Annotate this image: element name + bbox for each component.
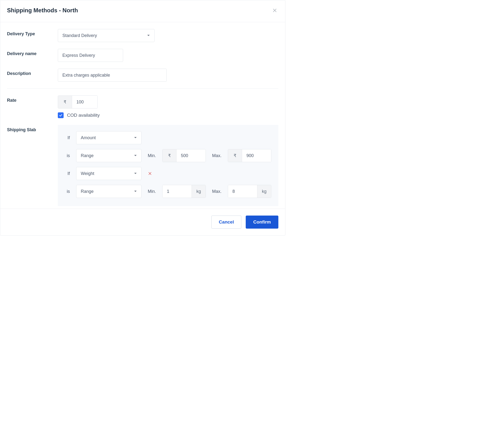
delivery-name-row: Delivery name xyxy=(7,49,278,62)
if-label: If xyxy=(64,171,70,176)
slab-operator-value-1: Range xyxy=(81,153,94,158)
if-label: If xyxy=(64,135,70,140)
slab-operator-value-2: Range xyxy=(81,189,94,194)
shipping-methods-modal: Shipping Methods - North Delivery Type S… xyxy=(0,0,285,236)
slab-condition-2-if: If Weight xyxy=(64,167,272,180)
delivery-name-input[interactable] xyxy=(58,49,123,62)
modal-title: Shipping Methods - North xyxy=(7,7,78,14)
slab-metric-select-1[interactable]: Amount xyxy=(76,131,142,144)
unit-addon: kg xyxy=(257,185,271,198)
caret-down-icon xyxy=(134,137,137,139)
unit-addon: kg xyxy=(191,185,206,198)
is-label: is xyxy=(64,153,70,158)
caret-down-icon xyxy=(134,191,137,192)
currency-addon: ₹ xyxy=(162,149,177,162)
slab-metric-select-2[interactable]: Weight xyxy=(76,167,142,180)
cod-checkbox[interactable] xyxy=(58,112,63,118)
slab-metric-value-2: Weight xyxy=(81,171,94,176)
rate-input-group: ₹ xyxy=(58,95,98,108)
delivery-type-row: Delivery Type Standard Delivery xyxy=(7,29,278,42)
cancel-button[interactable]: Cancel xyxy=(211,216,241,229)
modal-header: Shipping Methods - North xyxy=(0,0,285,22)
delivery-type-label: Delivery Type xyxy=(7,29,58,36)
caret-down-icon xyxy=(147,35,150,36)
caret-down-icon xyxy=(134,173,137,174)
slab-max-group-2: kg xyxy=(228,185,271,198)
slab-operator-select-2[interactable]: Range xyxy=(76,185,142,198)
slab-condition-1-is: is Range Min. ₹ Max. ₹ xyxy=(64,149,272,162)
slab-min-group-1: ₹ xyxy=(162,149,206,162)
description-input[interactable] xyxy=(58,69,167,82)
modal-footer: Cancel Confirm xyxy=(0,208,285,235)
delivery-type-select[interactable]: Standard Delivery xyxy=(58,29,154,42)
cod-checkbox-row: COD availability xyxy=(58,112,278,118)
slab-min-group-2: kg xyxy=(162,185,206,198)
section-divider xyxy=(7,88,278,89)
description-row: Description xyxy=(7,69,278,82)
delivery-type-value: Standard Delivery xyxy=(63,33,97,38)
rate-input[interactable] xyxy=(72,96,98,108)
currency-addon: ₹ xyxy=(228,149,242,162)
shipping-slab-label: Shipping Slab xyxy=(7,125,58,132)
max-label: Max. xyxy=(212,189,222,194)
close-icon[interactable] xyxy=(272,8,277,13)
cod-checkbox-label: COD availability xyxy=(67,113,100,118)
remove-condition-icon[interactable] xyxy=(148,171,152,176)
slab-condition-2-is: is Range Min. kg Max. kg xyxy=(64,185,272,198)
min-label: Min. xyxy=(148,153,156,158)
min-label: Min. xyxy=(148,189,156,194)
confirm-button[interactable]: Confirm xyxy=(246,216,278,229)
is-label: is xyxy=(64,189,70,194)
max-label: Max. xyxy=(212,153,222,158)
caret-down-icon xyxy=(134,155,137,156)
modal-body: Delivery Type Standard Delivery Delivery… xyxy=(0,22,285,208)
slab-metric-value-1: Amount xyxy=(81,135,96,140)
rate-currency-addon: ₹ xyxy=(58,96,72,108)
rate-row: Rate ₹ COD availability xyxy=(7,95,278,118)
slab-max-group-1: ₹ xyxy=(228,149,271,162)
slab-min-input-1[interactable] xyxy=(177,149,206,162)
slab-max-input-2[interactable] xyxy=(228,185,257,198)
shipping-slab-panel: If Amount is Range Min. xyxy=(58,125,278,206)
delivery-name-label: Delivery name xyxy=(7,49,58,56)
slab-min-input-2[interactable] xyxy=(162,185,191,198)
slab-operator-select-1[interactable]: Range xyxy=(76,149,142,162)
rate-label: Rate xyxy=(7,95,58,103)
slab-max-input-1[interactable] xyxy=(242,149,271,162)
description-label: Description xyxy=(7,69,58,76)
slab-condition-1-if: If Amount xyxy=(64,131,272,144)
shipping-slab-row: Shipping Slab If Amount is Range xyxy=(7,125,278,206)
